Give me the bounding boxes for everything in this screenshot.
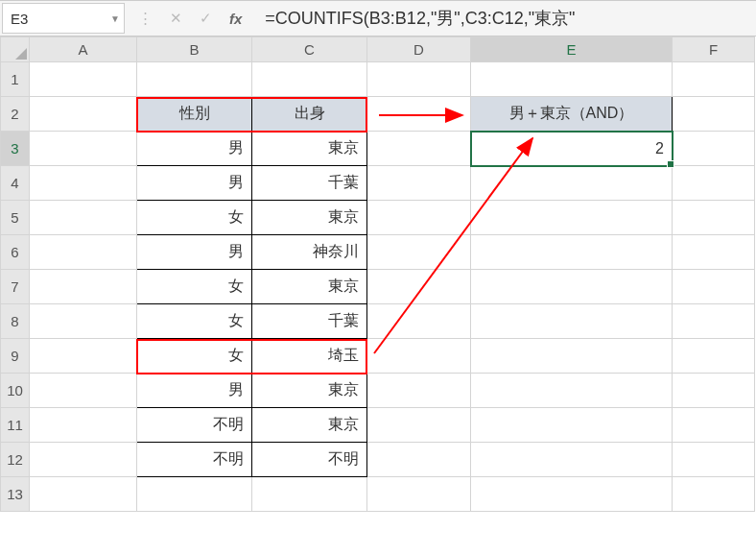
name-box-dropdown-icon[interactable]: ▼ bbox=[110, 13, 120, 24]
cell[interactable] bbox=[471, 166, 673, 201]
row-header-2[interactable]: 2 bbox=[1, 97, 30, 132]
cell[interactable] bbox=[367, 270, 471, 304]
table-cell[interactable]: 東京 bbox=[252, 270, 367, 304]
cell[interactable] bbox=[673, 477, 755, 512]
cell[interactable] bbox=[137, 477, 252, 512]
col-header-B[interactable]: B bbox=[137, 37, 252, 62]
cell[interactable] bbox=[367, 304, 471, 339]
cell[interactable] bbox=[252, 477, 367, 512]
table-cell[interactable]: 女 bbox=[137, 201, 252, 235]
cell[interactable] bbox=[673, 443, 755, 477]
cell[interactable] bbox=[471, 235, 673, 270]
cell[interactable] bbox=[673, 97, 755, 132]
cell[interactable] bbox=[367, 235, 471, 270]
col-header-A[interactable]: A bbox=[30, 37, 137, 62]
row-header-12[interactable]: 12 bbox=[1, 443, 30, 477]
cell[interactable] bbox=[367, 374, 471, 408]
cell[interactable] bbox=[673, 132, 755, 166]
formula-input[interactable]: =COUNTIFS(B3:B12,"男",C3:C12,"東京" bbox=[253, 7, 756, 30]
table-cell[interactable]: 東京 bbox=[252, 408, 367, 443]
table-cell[interactable]: 男 bbox=[137, 235, 252, 270]
name-box[interactable]: E3 ▼ bbox=[2, 3, 125, 34]
table-cell[interactable]: 不明 bbox=[137, 443, 252, 477]
cell[interactable] bbox=[471, 443, 673, 477]
cell[interactable] bbox=[673, 166, 755, 201]
cell[interactable] bbox=[30, 374, 137, 408]
cell[interactable] bbox=[471, 374, 673, 408]
table-cell[interactable]: 埼玉 bbox=[252, 339, 367, 374]
cell[interactable] bbox=[30, 304, 137, 339]
row-header-3[interactable]: 3 bbox=[1, 132, 30, 166]
cancel-icon[interactable]: ✕ bbox=[170, 10, 182, 27]
row-header-8[interactable]: 8 bbox=[1, 304, 30, 339]
table-cell[interactable]: 女 bbox=[137, 270, 252, 304]
cell[interactable] bbox=[367, 166, 471, 201]
table-cell[interactable]: 千葉 bbox=[252, 304, 367, 339]
cell[interactable] bbox=[367, 62, 471, 97]
cell[interactable] bbox=[30, 166, 137, 201]
cell[interactable] bbox=[30, 339, 137, 374]
table-cell[interactable]: 男 bbox=[137, 132, 252, 166]
row-header-5[interactable]: 5 bbox=[1, 201, 30, 235]
cell[interactable] bbox=[30, 408, 137, 443]
table-cell[interactable]: 不明 bbox=[137, 408, 252, 443]
cell[interactable] bbox=[367, 97, 471, 132]
cell[interactable] bbox=[30, 132, 137, 166]
summary-header[interactable]: 男＋東京（AND） bbox=[471, 97, 673, 132]
cell[interactable] bbox=[367, 443, 471, 477]
cell[interactable] bbox=[30, 62, 137, 97]
cell[interactable] bbox=[471, 270, 673, 304]
table-header-origin[interactable]: 出身 bbox=[252, 97, 367, 132]
result-cell[interactable]: 2 bbox=[471, 132, 673, 166]
cell[interactable] bbox=[367, 132, 471, 166]
row-header-10[interactable]: 10 bbox=[1, 374, 30, 408]
cell[interactable] bbox=[30, 201, 137, 235]
cell[interactable] bbox=[367, 408, 471, 443]
cell[interactable] bbox=[673, 62, 755, 97]
cell[interactable] bbox=[673, 235, 755, 270]
row-header-6[interactable]: 6 bbox=[1, 235, 30, 270]
cell[interactable] bbox=[471, 304, 673, 339]
table-cell[interactable]: 東京 bbox=[252, 374, 367, 408]
row-header-11[interactable]: 11 bbox=[1, 408, 30, 443]
cell[interactable] bbox=[471, 477, 673, 512]
cell[interactable] bbox=[673, 408, 755, 443]
cell[interactable] bbox=[673, 339, 755, 374]
cell[interactable] bbox=[471, 62, 673, 97]
col-header-E[interactable]: E bbox=[471, 37, 673, 62]
col-header-C[interactable]: C bbox=[252, 37, 367, 62]
col-header-F[interactable]: F bbox=[673, 37, 755, 62]
enter-icon[interactable]: ✓ bbox=[200, 10, 212, 27]
row-header-4[interactable]: 4 bbox=[1, 166, 30, 201]
row-header-13[interactable]: 13 bbox=[1, 477, 30, 512]
table-cell[interactable]: 千葉 bbox=[252, 166, 367, 201]
table-header-gender[interactable]: 性別 bbox=[137, 97, 252, 132]
cell[interactable] bbox=[367, 477, 471, 512]
cell[interactable] bbox=[367, 201, 471, 235]
table-cell[interactable]: 女 bbox=[137, 304, 252, 339]
cell[interactable] bbox=[137, 62, 252, 97]
fx-icon[interactable]: fx bbox=[229, 11, 242, 27]
table-cell[interactable]: 神奈川 bbox=[252, 235, 367, 270]
table-cell[interactable]: 女 bbox=[137, 339, 252, 374]
cell[interactable] bbox=[252, 62, 367, 97]
table-cell[interactable]: 東京 bbox=[252, 201, 367, 235]
table-cell[interactable]: 男 bbox=[137, 374, 252, 408]
table-cell[interactable]: 男 bbox=[137, 166, 252, 201]
select-all-corner[interactable] bbox=[1, 37, 30, 62]
table-cell[interactable]: 東京 bbox=[252, 132, 367, 166]
cell[interactable] bbox=[673, 374, 755, 408]
spreadsheet-grid[interactable]: A B C D E F 1 2 性別 出身 男＋東京（AND） 3 男 東京 2… bbox=[0, 36, 755, 512]
table-cell[interactable]: 不明 bbox=[252, 443, 367, 477]
cell[interactable] bbox=[30, 477, 137, 512]
cell[interactable] bbox=[471, 339, 673, 374]
row-header-1[interactable]: 1 bbox=[1, 62, 30, 97]
cell[interactable] bbox=[30, 270, 137, 304]
cell[interactable] bbox=[471, 201, 673, 235]
cell[interactable] bbox=[30, 97, 137, 132]
col-header-D[interactable]: D bbox=[367, 37, 471, 62]
row-header-7[interactable]: 7 bbox=[1, 270, 30, 304]
cell[interactable] bbox=[30, 235, 137, 270]
cell[interactable] bbox=[673, 270, 755, 304]
row-header-9[interactable]: 9 bbox=[1, 339, 30, 374]
